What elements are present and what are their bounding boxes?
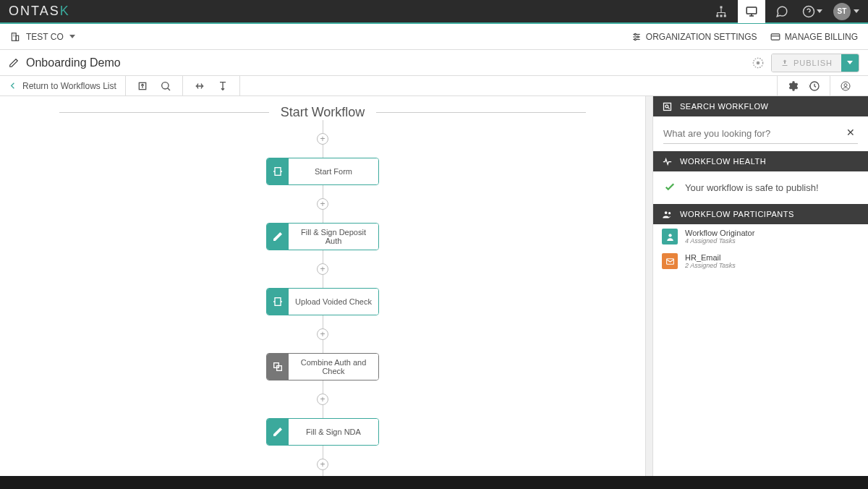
connector — [323, 185, 323, 198]
chat-icon[interactable] — [768, 0, 796, 23]
export-icon[interactable] — [135, 78, 150, 94]
publish-caret[interactable] — [841, 54, 859, 72]
scrollbar[interactable] — [645, 96, 652, 476]
publish-button[interactable]: PUBLISH — [771, 54, 859, 72]
return-label: Return to Workflows List — [22, 81, 116, 91]
sitemap-icon[interactable] — [707, 0, 735, 23]
form-icon — [267, 158, 289, 184]
sidebar: SEARCH WORKFLOW ✕ WORKFLOW HEALTH Your w… — [652, 96, 868, 476]
connector — [323, 405, 323, 418]
add-step-button[interactable] — [317, 263, 328, 275]
workflow-node[interactable]: Fill & Sign Deposit Auth — [266, 223, 379, 250]
participant-row[interactable]: Workflow Originator4 Assigned Tasks — [653, 224, 868, 249]
help-icon[interactable] — [799, 0, 826, 23]
workflow-node[interactable]: Fill & Sign NDA — [266, 418, 379, 446]
svg-rect-7 — [16, 35, 19, 41]
upload-icon — [780, 59, 789, 67]
add-step-button[interactable] — [317, 394, 328, 405]
participant-name: Workflow Originator — [685, 229, 754, 237]
sign-icon — [267, 419, 289, 445]
connector — [323, 446, 323, 459]
target-icon[interactable] — [751, 56, 765, 70]
svg-point-28 — [665, 105, 668, 108]
node-label: Fill & Sign Deposit Auth — [289, 224, 378, 250]
participant-sub: 2 Assigned Tasks — [685, 262, 736, 269]
connector — [323, 210, 323, 223]
sidebar-search-header: SEARCH WORKFLOW — [653, 96, 868, 116]
main-area: Start Workflow Start FormFill & Sign Dep… — [0, 96, 868, 476]
svg-point-13 — [634, 38, 636, 40]
title-bar: Onboarding Demo PUBLISH — [0, 50, 868, 76]
text-height-icon[interactable] — [215, 78, 231, 94]
svg-rect-2 — [720, 14, 723, 17]
workflow-title: Onboarding Demo — [26, 56, 121, 69]
avatar-circle: ST — [833, 3, 851, 20]
divider — [376, 112, 586, 113]
footer — [0, 476, 868, 489]
svg-rect-6 — [12, 33, 16, 41]
participants-header-label: WORKFLOW PARTICIPANTS — [680, 210, 794, 218]
manage-billing-link[interactable]: MANAGE BILLING — [770, 32, 858, 42]
search-header-label: SEARCH WORKFLOW — [680, 102, 768, 111]
form-icon — [267, 289, 289, 315]
health-status-text: Your workflow is safe to publish! — [685, 182, 819, 193]
monitor-icon[interactable] — [738, 0, 765, 23]
workflow-canvas[interactable]: Start Workflow Start FormFill & Sign Dep… — [0, 96, 645, 476]
svg-point-17 — [757, 61, 759, 64]
connector — [323, 275, 323, 288]
svg-rect-14 — [771, 33, 780, 39]
participant-row[interactable]: HR_Email2 Assigned Tasks — [653, 249, 868, 273]
start-workflow-label: Start Workflow — [281, 105, 365, 120]
history-icon[interactable] — [807, 78, 822, 94]
return-button[interactable]: Return to Workflows List — [7, 80, 116, 91]
edit-icon[interactable] — [9, 58, 19, 68]
logo[interactable]: ONTASK — [9, 4, 70, 19]
connector — [323, 145, 323, 158]
workflow-node[interactable]: Upload Voided Check — [266, 288, 379, 315]
svg-rect-1 — [716, 14, 718, 17]
connector — [323, 340, 323, 353]
node-label: Start Form — [289, 158, 378, 184]
sidebar-participants-header: WORKFLOW PARTICIPANTS — [653, 204, 868, 224]
svg-point-30 — [668, 212, 671, 214]
svg-point-19 — [161, 82, 168, 88]
org-name: TEST CO — [26, 32, 64, 42]
svg-rect-4 — [746, 7, 757, 14]
add-step-button[interactable] — [317, 328, 328, 340]
workflow-node[interactable]: Start Form — [266, 158, 379, 185]
search-input[interactable] — [663, 124, 858, 144]
svg-point-21 — [844, 83, 847, 86]
health-status-row: Your workflow is safe to publish! — [653, 171, 868, 204]
top-header: ONTASK ST — [0, 0, 868, 24]
avatar-menu[interactable]: ST — [829, 3, 859, 20]
node-label: Fill & Sign NDA — [289, 419, 378, 445]
person-circle-icon[interactable] — [838, 78, 854, 94]
participant-sub: 4 Assigned Tasks — [685, 237, 754, 244]
close-icon[interactable]: ✕ — [846, 127, 855, 138]
logo-k: K — [60, 4, 70, 19]
check-icon — [663, 180, 676, 195]
add-step-button[interactable] — [317, 133, 328, 145]
svg-point-31 — [668, 234, 671, 237]
sub-bar: TEST CO ORGANIZATION SETTINGS MANAGE BIL… — [0, 24, 868, 50]
top-icons: ST — [707, 0, 859, 22]
combine-icon — [267, 354, 289, 380]
org-settings-link[interactable]: ORGANIZATION SETTINGS — [631, 32, 757, 42]
svg-rect-0 — [720, 6, 723, 8]
connector — [323, 470, 323, 476]
sign-icon — [267, 224, 289, 250]
connector — [323, 120, 323, 133]
toolbar: Return to Workflows List — [0, 76, 868, 96]
participant-icon — [662, 253, 678, 269]
org-dropdown[interactable]: TEST CO — [10, 32, 75, 42]
divider — [59, 112, 269, 113]
connector — [323, 380, 323, 394]
search-icon[interactable] — [158, 78, 174, 94]
add-step-button[interactable] — [317, 198, 328, 210]
workflow-node[interactable]: Combine Auth and Check — [266, 353, 379, 380]
participant-icon — [662, 229, 678, 244]
add-step-button[interactable] — [317, 459, 328, 470]
gear-icon[interactable] — [785, 78, 801, 94]
svg-rect-23 — [275, 298, 281, 306]
align-horizontal-icon[interactable] — [192, 78, 208, 94]
